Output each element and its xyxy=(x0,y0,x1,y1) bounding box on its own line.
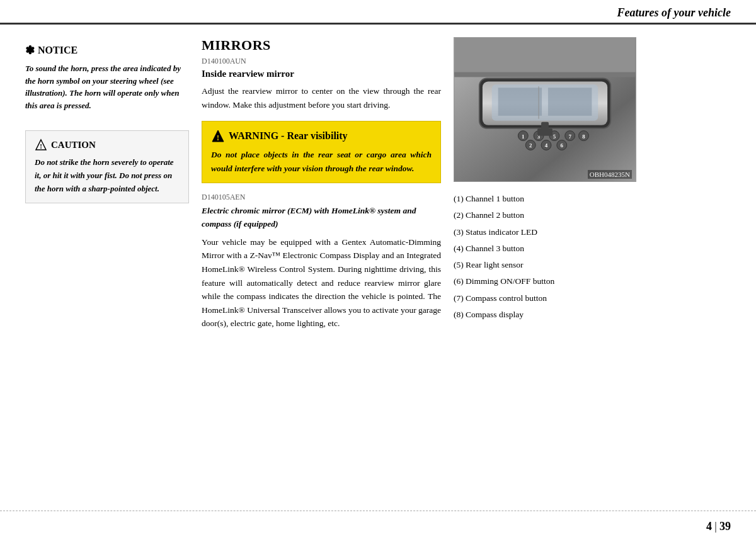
page-header: Features of your vehicle xyxy=(0,0,756,25)
list-item: (5) Rear light sensor xyxy=(454,257,643,273)
right-column: 1 3 5 7 8 2 4 xyxy=(454,37,643,478)
ecm-subtitle: Electric chromic mirror (ECM) with HomeL… xyxy=(202,205,441,230)
inside-rearview-subtitle: Inside rearview mirror xyxy=(202,69,441,79)
button-list: (1) Channel 1 button(2) Channel 2 button… xyxy=(454,191,643,322)
mirrors-title: MIRRORS xyxy=(202,37,441,54)
page-num-left: 4 xyxy=(706,520,712,533)
warning-icon: ! xyxy=(211,129,225,143)
svg-text:2: 2 xyxy=(529,142,532,149)
warning-text: Do not place objects in the rear seat or… xyxy=(211,148,432,175)
page-sep: | xyxy=(714,520,717,533)
svg-rect-10 xyxy=(498,88,542,116)
notice-label: NOTICE xyxy=(38,45,77,56)
caution-label: CAUTION xyxy=(51,140,96,150)
list-item: (2) Channel 2 button xyxy=(454,208,643,223)
page-num-right: 39 xyxy=(719,520,731,533)
caution-text: Do not strike the horn severely to opera… xyxy=(35,156,180,195)
svg-text:4: 4 xyxy=(545,142,548,149)
list-item: (8) Compass display xyxy=(454,307,643,322)
notice-box: ✽ NOTICE To sound the horn, press the ar… xyxy=(25,37,189,118)
svg-rect-11 xyxy=(548,88,592,116)
caution-icon: ! xyxy=(35,138,47,151)
mirror-diagram-image: 1 3 5 7 8 2 4 xyxy=(454,37,636,182)
list-item: (6) Dimming ON/OFF button xyxy=(454,274,643,289)
main-content: ✽ NOTICE To sound the horn, press the ar… xyxy=(0,25,756,485)
svg-rect-30 xyxy=(541,122,549,130)
section-code-1: D140100AUN xyxy=(202,57,441,66)
svg-text:!: ! xyxy=(217,133,219,142)
middle-column: MIRRORS D140100AUN Inside rearview mirro… xyxy=(202,37,441,478)
warning-title: ! WARNING - Rear visibility xyxy=(211,129,432,143)
notice-text: To sound the horn, press the area indica… xyxy=(25,62,189,111)
header-title: Features of your vehicle xyxy=(617,6,731,20)
list-item: (4) Channel 3 button xyxy=(454,241,643,256)
svg-text:8: 8 xyxy=(582,133,585,140)
svg-text:5: 5 xyxy=(553,133,556,140)
warning-label: WARNING - Rear visibility xyxy=(229,130,348,142)
image-label: OBH048235N xyxy=(588,170,632,179)
notice-star-icon: ✽ xyxy=(25,43,35,57)
caution-box: ! CAUTION Do not strike the horn severel… xyxy=(25,130,189,203)
svg-rect-6 xyxy=(454,72,635,77)
left-column: ✽ NOTICE To sound the horn, press the ar… xyxy=(25,37,189,478)
list-item: (3) Status indicator LED xyxy=(454,225,643,240)
list-item: (7) Compass control button xyxy=(454,291,643,306)
ecm-text: Your vehicle may be equipped with a Gent… xyxy=(202,235,441,330)
list-item: (1) Channel 1 button xyxy=(454,191,643,206)
svg-text:!: ! xyxy=(40,142,42,150)
warning-box: ! WARNING - Rear visibility Do not place… xyxy=(202,121,441,183)
page-footer: 4 | 39 xyxy=(0,511,756,542)
page-number: 4 | 39 xyxy=(706,520,731,533)
svg-rect-5 xyxy=(454,38,635,75)
caution-title: ! CAUTION xyxy=(35,138,180,151)
inside-rearview-text: Adjust the rearview mirror to center on … xyxy=(202,84,441,111)
section-code-2: D140105AEN xyxy=(202,193,441,202)
svg-text:6: 6 xyxy=(561,142,564,149)
svg-text:7: 7 xyxy=(568,133,571,140)
svg-text:1: 1 xyxy=(522,133,524,140)
notice-title: ✽ NOTICE xyxy=(25,43,189,57)
